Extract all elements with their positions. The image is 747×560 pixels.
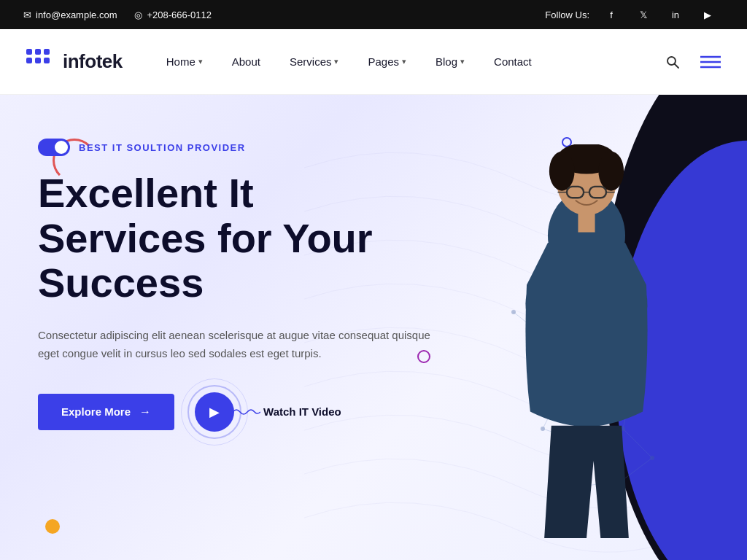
video-play-icon[interactable]: ▶ xyxy=(195,392,234,432)
hero-title-line1: Excellent It xyxy=(38,170,254,216)
svg-line-7 xyxy=(675,63,679,68)
hero-person-image xyxy=(484,144,718,560)
nav-item-contact[interactable]: Contact xyxy=(479,29,546,95)
hero-title-line2: Services for Your xyxy=(38,215,373,261)
nav-home-label: Home xyxy=(166,55,196,68)
search-button[interactable] xyxy=(659,49,686,75)
svg-rect-0 xyxy=(26,49,32,55)
pages-dropdown-icon: ▾ xyxy=(402,57,406,66)
svg-rect-3 xyxy=(35,58,41,63)
hamburger-button[interactable] xyxy=(697,49,724,75)
nav-item-pages[interactable]: Pages ▾ xyxy=(353,29,421,95)
phone-icon: ◎ xyxy=(134,9,142,20)
youtube-icon[interactable]: ▶ xyxy=(697,4,718,25)
badge-toggle xyxy=(38,139,70,156)
services-dropdown-icon: ▾ xyxy=(334,57,338,66)
nav-blog-label: Blog xyxy=(436,55,457,68)
nav-contact-label: Contact xyxy=(494,55,532,68)
hamburger-icon xyxy=(700,55,721,69)
logo[interactable]: infotek xyxy=(23,46,123,78)
hero-section: BEST IT SOULTION PROVIDER Excellent It S… xyxy=(0,95,747,560)
follow-label: Follow Us: xyxy=(545,9,589,20)
svg-rect-2 xyxy=(26,58,32,63)
hero-description: Consectetur adipiscing elit aenean scele… xyxy=(38,326,432,363)
hero-actions: Explore More → ▶ Watch IT Video xyxy=(38,392,452,432)
nav-about-label: About xyxy=(232,55,260,68)
svg-rect-5 xyxy=(44,58,50,63)
play-triangle: ▶ xyxy=(209,404,220,420)
hero-title-line3: Success xyxy=(38,260,204,306)
email-text: info@example.com xyxy=(36,9,117,20)
linkedin-icon[interactable]: in xyxy=(665,4,686,25)
nav-item-about[interactable]: About xyxy=(217,29,275,95)
explore-label: Explore More xyxy=(61,405,131,418)
nav-item-home[interactable]: Home ▾ xyxy=(152,29,217,95)
svg-point-40 xyxy=(549,152,575,191)
phone-text: +208-666-0112 xyxy=(147,9,212,20)
topbar-phone[interactable]: ◎ +208-666-0112 xyxy=(134,9,212,20)
explore-more-button[interactable]: Explore More → xyxy=(38,394,174,430)
topbar-contact: ✉ info@example.com ◎ +208-666-0112 xyxy=(23,9,212,20)
facebook-icon[interactable]: f xyxy=(601,4,622,25)
blog-dropdown-icon: ▾ xyxy=(460,57,465,66)
nav-pages-label: Pages xyxy=(368,55,399,68)
video-label: Watch IT Video xyxy=(263,405,341,418)
person-silhouette xyxy=(484,144,689,538)
nav-item-blog[interactable]: Blog ▾ xyxy=(421,29,479,95)
logo-icon xyxy=(23,46,55,78)
hero-badge-text: BEST IT SOULTION PROVIDER xyxy=(79,142,246,153)
topbar-email[interactable]: ✉ info@example.com xyxy=(23,9,117,20)
nav-links: Home ▾ About Services ▾ Pages ▾ Blog ▾ C… xyxy=(152,29,659,95)
svg-point-41 xyxy=(598,152,624,191)
topbar-social: Follow Us: f 𝕏 in ▶ xyxy=(545,4,724,25)
search-icon xyxy=(665,55,680,69)
explore-arrow-icon: → xyxy=(139,405,151,419)
navbar: infotek Home ▾ About Services ▾ Pages ▾ … xyxy=(0,29,747,95)
email-icon: ✉ xyxy=(23,9,31,20)
nav-right-icons xyxy=(659,49,724,75)
twitter-icon[interactable]: 𝕏 xyxy=(633,4,654,25)
logo-text: infotek xyxy=(63,50,123,73)
topbar: ✉ info@example.com ◎ +208-666-0112 Follo… xyxy=(0,0,747,29)
hero-badge-row: BEST IT SOULTION PROVIDER xyxy=(38,139,452,156)
hero-content: BEST IT SOULTION PROVIDER Excellent It S… xyxy=(0,95,452,432)
home-dropdown-icon: ▾ xyxy=(198,57,203,66)
wave-connector xyxy=(233,406,260,418)
nav-item-services[interactable]: Services ▾ xyxy=(275,29,354,95)
watch-video-button[interactable]: ▶ Watch IT Video xyxy=(195,392,341,432)
svg-rect-4 xyxy=(44,49,50,55)
hero-title: Excellent It Services for Your Success xyxy=(38,171,452,306)
nav-services-label: Services xyxy=(290,55,332,68)
svg-rect-48 xyxy=(578,211,595,233)
deco-dot-orange xyxy=(45,519,60,534)
svg-rect-1 xyxy=(35,49,41,55)
